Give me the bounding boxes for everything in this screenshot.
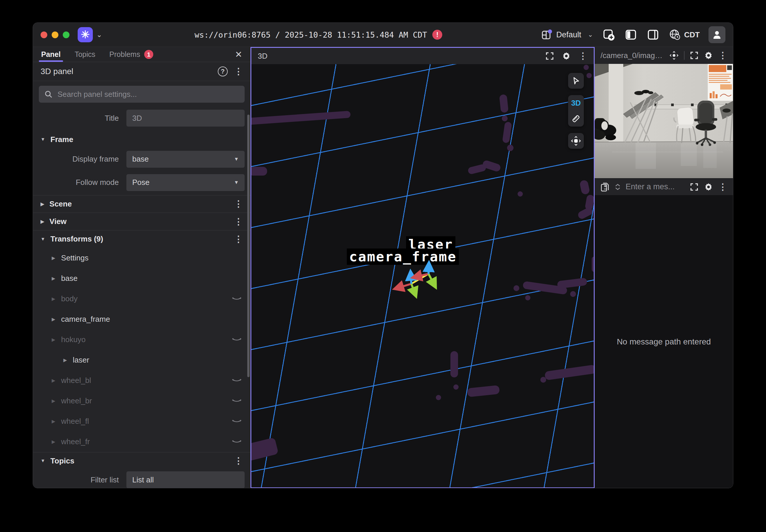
expand-collapse-control[interactable] (615, 184, 620, 190)
panel-3d[interactable]: 3D ⋮ (251, 47, 595, 488)
pan-move-icon (571, 136, 581, 146)
globe-clock-icon (669, 28, 681, 41)
select-caret-icon: ▼ (234, 156, 239, 162)
fullscreen-icon[interactable] (690, 183, 699, 191)
section-topics[interactable]: ▼ Topics ⋮ (33, 452, 251, 470)
message-panel-header[interactable]: Enter a mes... ⋮ (595, 178, 733, 195)
app-logo-icon[interactable]: ✳ (78, 27, 93, 42)
pan-camera-button[interactable] (568, 133, 584, 149)
user-account-button[interactable] (709, 26, 725, 43)
layout-name: Default (556, 30, 582, 39)
section-transforms[interactable]: ▼ Transforms (9) ⋮ (33, 230, 251, 248)
transform-item-wheel-fr[interactable]: ▶wheel_fr (33, 432, 251, 452)
tab-topics[interactable]: Topics (75, 47, 95, 62)
triangle-right-icon: ▶ (41, 201, 44, 207)
app-menu-chevron-icon[interactable]: ⌄ (96, 31, 102, 39)
section-scene[interactable]: ▶ Scene ⋮ (33, 195, 251, 213)
layouts-icon (540, 29, 552, 41)
timezone-button[interactable]: CDT (669, 28, 700, 41)
divider (684, 51, 685, 60)
left-sidebar-toggle-icon[interactable] (624, 28, 638, 41)
topics-menu-icon[interactable]: ⋮ (234, 456, 243, 465)
titlebar: ✳ ⌄ ws://orin06:8765 / 2025-10-28 11:51:… (33, 23, 733, 47)
tab-panel[interactable]: Panel (41, 47, 61, 62)
chevron-right-icon: ▶ (52, 276, 55, 281)
visibility-off-icon[interactable] (232, 439, 242, 445)
image-panel-menu-icon[interactable]: ⋮ (718, 51, 727, 60)
sidebar-scrollbar[interactable] (247, 115, 250, 377)
connection-title-text: ws://orin06:8765 / 2025-10-28 11:51:15.4… (195, 30, 427, 39)
close-sidebar-icon[interactable]: ✕ (235, 49, 242, 59)
visibility-off-icon[interactable] (232, 296, 242, 302)
laser-scan-point (525, 295, 530, 300)
panel-settings-search[interactable] (39, 86, 245, 103)
fullscreen-icon[interactable] (545, 52, 554, 60)
toggle-3d-mode-button[interactable]: 3D (568, 95, 584, 111)
app-window: ✳ ⌄ ws://orin06:8765 / 2025-10-28 11:51:… (33, 22, 733, 488)
title-field-label: Title (33, 114, 126, 123)
measure-tool-button[interactable] (568, 111, 584, 127)
section-frame[interactable]: ▼ Frame (33, 131, 251, 148)
transform-item-hokuyo[interactable]: ▶hokuyo (33, 330, 251, 350)
camera-image[interactable] (595, 64, 733, 178)
gear-icon[interactable] (562, 51, 571, 61)
right-sidebar-toggle-icon[interactable] (646, 28, 660, 41)
panel-3d-header[interactable]: 3D ⋮ (251, 48, 594, 64)
add-panel-icon[interactable] (602, 28, 615, 41)
display-frame-label: Display frame (33, 155, 126, 164)
transform-item-wheel-fl[interactable]: ▶wheel_fl (33, 411, 251, 432)
filter-list-select[interactable]: List all (126, 471, 245, 488)
panel-3d-menu-icon[interactable]: ⋮ (579, 52, 587, 60)
gear-icon[interactable] (704, 182, 713, 192)
message-path-input[interactable]: Enter a mes... (626, 182, 685, 191)
transform-item-laser[interactable]: ▶laser (33, 350, 251, 370)
transform-item-wheel-bl[interactable]: ▶wheel_bl (33, 370, 251, 391)
transform-item-wheel-br[interactable]: ▶wheel_br (33, 391, 251, 411)
visibility-off-icon[interactable] (232, 419, 242, 424)
panel-menu-icon[interactable]: ⋮ (234, 67, 243, 76)
laser-scan-point (570, 291, 576, 297)
image-panel-header[interactable]: /camera_0/image_rect... ⋮ (595, 47, 733, 64)
transforms-menu-icon[interactable]: ⋮ (234, 235, 243, 244)
title-field[interactable]: 3D (126, 110, 245, 127)
transform-item-camera-frame[interactable]: ▶camera_frame (33, 309, 251, 330)
close-window-button[interactable] (41, 31, 47, 38)
transform-item-base[interactable]: ▶base (33, 268, 251, 289)
visibility-off-icon[interactable] (232, 398, 242, 404)
visibility-off-icon[interactable] (232, 337, 242, 343)
transform-item-settings[interactable]: ▶Settings (33, 248, 251, 268)
visibility-off-icon[interactable] (232, 378, 242, 384)
display-frame-select[interactable]: base ▼ (126, 151, 245, 168)
layout-selector-button[interactable]: Default ⌄ (540, 29, 593, 41)
panel-settings-title: 3D panel (41, 67, 212, 76)
viewport-toolbar: 3D (568, 73, 584, 149)
transform-item-body[interactable]: ▶body (33, 289, 251, 309)
gear-icon[interactable] (704, 51, 713, 60)
view-menu-icon[interactable]: ⋮ (234, 217, 243, 226)
panel-settings-header: 3D panel ? ⋮ (33, 62, 251, 81)
timezone-label: CDT (684, 30, 700, 39)
search-input[interactable] (57, 90, 240, 99)
select-tool-button[interactable] (568, 73, 584, 89)
section-view[interactable]: ▶ View ⋮ (33, 213, 251, 230)
help-icon[interactable]: ? (218, 67, 228, 76)
view-mode-group: 3D (568, 95, 584, 127)
message-panel-menu-icon[interactable]: ⋮ (718, 183, 727, 191)
camera-image-content (595, 64, 733, 178)
chevron-right-icon: ▶ (52, 316, 55, 322)
tab-problems[interactable]: Problems 1 (109, 47, 153, 62)
raw-messages-icon (601, 182, 610, 192)
follow-mode-select[interactable]: Pose ▼ (126, 174, 245, 191)
minimize-window-button[interactable] (52, 31, 58, 38)
ruler-icon (571, 114, 581, 124)
pan-move-icon[interactable] (669, 51, 679, 60)
scene-3d-viewport[interactable]: laser camera_frame (251, 64, 594, 487)
triangle-down-icon: ▼ (41, 137, 45, 142)
zoom-window-button[interactable] (63, 31, 69, 38)
chevron-right-icon: ▶ (52, 419, 55, 424)
fullscreen-icon[interactable] (690, 51, 699, 60)
connection-error-badge[interactable]: ! (432, 30, 442, 40)
laser-scan-point (502, 115, 508, 121)
scene-menu-icon[interactable]: ⋮ (234, 199, 243, 208)
search-icon (44, 90, 53, 99)
